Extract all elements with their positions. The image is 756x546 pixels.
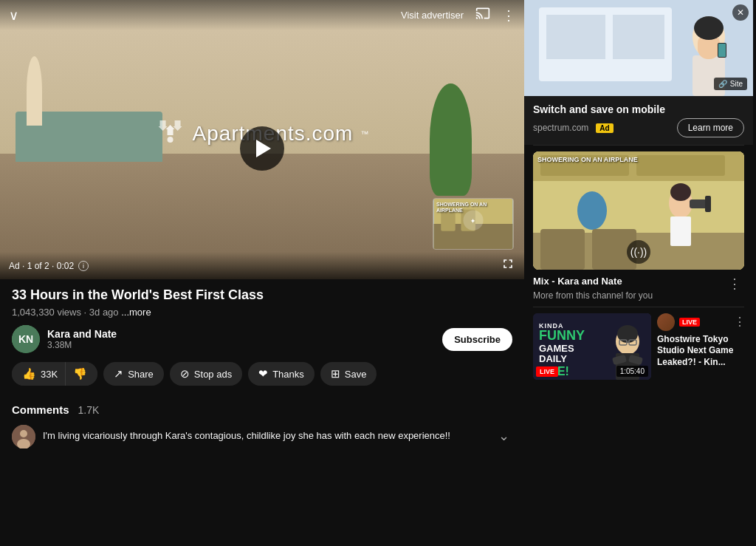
thumbnail-preview: SHOWERING ON AN AIRPLANE ✦ bbox=[433, 198, 514, 250]
sidebar-video-channel-1: More from this channel for you bbox=[533, 290, 653, 301]
dislike-button[interactable]: 👎 bbox=[66, 362, 97, 386]
channel-info: KN Kara and Nate 3.38M bbox=[12, 325, 117, 353]
ad-card-body: Switch and save on mobile spectrum.com A… bbox=[524, 96, 753, 145]
save-button[interactable]: ⊞ Save bbox=[320, 362, 377, 386]
live-card-title: Ghostwire Tokyo Studio Next Game Leaked?… bbox=[657, 334, 744, 369]
upload-time: · bbox=[84, 307, 89, 318]
avatar-svg: KN bbox=[12, 325, 40, 353]
share-button[interactable]: ↗ Share bbox=[103, 362, 164, 386]
svg-point-20 bbox=[694, 16, 724, 40]
live-badge: LIVE bbox=[536, 366, 558, 377]
sidebar-video-thumb-1[interactable]: SHOWERING ON AN AIRPLANE ((·)) bbox=[533, 151, 744, 270]
video-background: Apartments.com ™ SHOWERING ON AN AIRPLAN… bbox=[0, 0, 524, 279]
svg-rect-22 bbox=[718, 44, 726, 57]
view-count: 1,043,330 views bbox=[12, 307, 81, 318]
svg-point-33 bbox=[670, 183, 691, 201]
comments-title: Comments bbox=[12, 403, 69, 416]
live-channel-avatar bbox=[657, 313, 675, 331]
action-buttons: 👍 33K 👎 ↗ Share ⊘ Stop ads ❤ Thanks ⊞ bbox=[12, 362, 512, 386]
svg-rect-30 bbox=[540, 229, 585, 270]
thumb-title-text: SHOWERING ON AN AIRPLANE bbox=[537, 156, 638, 163]
comment-expand-icon[interactable]: ⌄ bbox=[495, 425, 512, 447]
sidebar-video-text-1: Mix - Kara and Nate More from this chann… bbox=[533, 276, 653, 301]
live-card-more-button[interactable]: ⋮ bbox=[734, 315, 746, 329]
like-icon: 👍 bbox=[22, 367, 36, 381]
live-thumb-bg: KINDA FUNNY GAMES DAILY LIVE! bbox=[533, 313, 651, 380]
stop-ads-icon: ⊘ bbox=[180, 367, 190, 381]
video-bottombar: Ad · 1 of 2 · 0:02 i bbox=[0, 252, 524, 279]
video-topbar: ∨ Visit advertiser ⋮ bbox=[0, 0, 524, 30]
ad-info-text: Ad · 1 of 2 · 0:02 bbox=[9, 261, 74, 271]
stop-ads-button[interactable]: ⊘ Stop ads bbox=[170, 362, 242, 386]
stop-ads-label: Stop ads bbox=[194, 369, 232, 380]
channel-avatar[interactable]: KN bbox=[12, 325, 40, 353]
ad-badge: Ad bbox=[596, 123, 613, 133]
thanks-button[interactable]: ❤ Thanks bbox=[248, 362, 315, 386]
fullscreen-icon[interactable] bbox=[501, 256, 515, 275]
play-button[interactable] bbox=[240, 126, 284, 171]
plant-decoration bbox=[430, 83, 472, 195]
live-duration: 1:05:40 bbox=[616, 366, 648, 377]
comments-section: Comments 1.7K I'm living vicariously thr… bbox=[0, 403, 524, 448]
ad-card-title: Switch and save on mobile bbox=[533, 103, 744, 115]
like-button[interactable]: 👍 33K bbox=[12, 362, 66, 386]
topbar-right: Visit advertiser ⋮ bbox=[401, 6, 515, 24]
comments-header: Comments 1.7K bbox=[12, 403, 512, 416]
svg-text:FUNNY: FUNNY bbox=[539, 328, 585, 343]
ad-domain: spectrum.com bbox=[533, 123, 588, 133]
more-options-icon[interactable]: ⋮ bbox=[502, 7, 515, 24]
avatar-image: KN bbox=[12, 325, 40, 353]
svg-text:GAMES: GAMES bbox=[539, 343, 574, 354]
save-icon: ⊞ bbox=[331, 367, 340, 381]
learn-more-button[interactable]: Learn more bbox=[677, 118, 744, 137]
thanks-label: Thanks bbox=[272, 369, 304, 380]
video-info: 33 Hours in the World's Best First Class… bbox=[0, 279, 524, 403]
ad-card-image: 🔗 Site ✕ bbox=[524, 0, 753, 96]
ad-card: 🔗 Site ✕ Switch and save on mobile spect… bbox=[524, 0, 753, 145]
more-description-link[interactable]: ...more bbox=[121, 307, 151, 318]
comments-count: 1.7K bbox=[78, 404, 100, 416]
chevron-down-icon[interactable]: ∨ bbox=[9, 7, 18, 24]
svg-text:✦: ✦ bbox=[471, 218, 476, 225]
save-label: Save bbox=[345, 369, 367, 380]
ad-info: Ad · 1 of 2 · 0:02 i bbox=[9, 261, 89, 271]
svg-point-28 bbox=[577, 191, 607, 230]
svg-point-10 bbox=[20, 430, 27, 437]
ad-site-badge: 🔗 Site bbox=[714, 78, 747, 90]
channel-name[interactable]: Kara and Nate bbox=[47, 328, 117, 340]
video-player: Apartments.com ™ SHOWERING ON AN AIRPLAN… bbox=[0, 0, 524, 279]
channel-row: KN Kara and Nate 3.38M Subscribe bbox=[12, 325, 512, 353]
info-symbol: i bbox=[83, 262, 84, 270]
visit-advertiser-link[interactable]: Visit advertiser bbox=[401, 10, 464, 21]
sidebar: 🔗 Site ✕ Switch and save on mobile spect… bbox=[524, 0, 753, 546]
external-link-icon: 🔗 bbox=[718, 80, 727, 88]
sidebar-video-card-1: SHOWERING ON AN AIRPLANE ((·)) Mix - Kar… bbox=[524, 146, 753, 307]
svg-rect-34 bbox=[670, 216, 691, 246]
svg-text:DAILY: DAILY bbox=[539, 353, 567, 364]
airplane-thumbnail: SHOWERING ON AN AIRPLANE ((·)) bbox=[533, 151, 744, 270]
cast-icon[interactable] bbox=[475, 6, 490, 24]
ad-card-meta: spectrum.com Ad Learn more bbox=[533, 118, 744, 137]
comment-row: I'm living vicariously through Kara's co… bbox=[12, 425, 512, 448]
ad-close-button[interactable]: ✕ bbox=[732, 4, 749, 21]
comment-text: I'm living vicariously through Kara's co… bbox=[43, 429, 450, 443]
ad-info-icon[interactable]: i bbox=[78, 261, 89, 271]
live-thumbnail[interactable]: KINDA FUNNY GAMES DAILY LIVE! bbox=[533, 313, 651, 380]
main-area: Apartments.com ™ SHOWERING ON AN AIRPLAN… bbox=[0, 0, 524, 546]
upload-time-text: 3d ago bbox=[89, 307, 119, 318]
video-meta: 1,043,330 views · 3d ago ...more bbox=[12, 307, 512, 318]
site-label: Site bbox=[730, 80, 743, 88]
live-channel-row: LIVE bbox=[657, 313, 744, 331]
sidebar-more-button-1[interactable]: ⋮ bbox=[725, 276, 744, 292]
apartments-logo-icon bbox=[156, 119, 185, 149]
thanks-icon: ❤ bbox=[258, 367, 268, 381]
live-badge-inline: LIVE bbox=[679, 318, 700, 327]
svg-rect-15 bbox=[546, 15, 605, 59]
subscribe-button[interactable]: Subscribe bbox=[442, 328, 512, 351]
audio-icon: ((·)) bbox=[627, 240, 650, 264]
sidebar-live-card: KINDA FUNNY GAMES DAILY LIVE! bbox=[524, 307, 753, 386]
comment-content: I'm living vicariously through Kara's co… bbox=[43, 425, 512, 447]
share-label: Share bbox=[128, 369, 154, 380]
comment-avatar bbox=[12, 425, 35, 448]
sidebar-video-info-1: Mix - Kara and Nate More from this chann… bbox=[533, 276, 744, 301]
